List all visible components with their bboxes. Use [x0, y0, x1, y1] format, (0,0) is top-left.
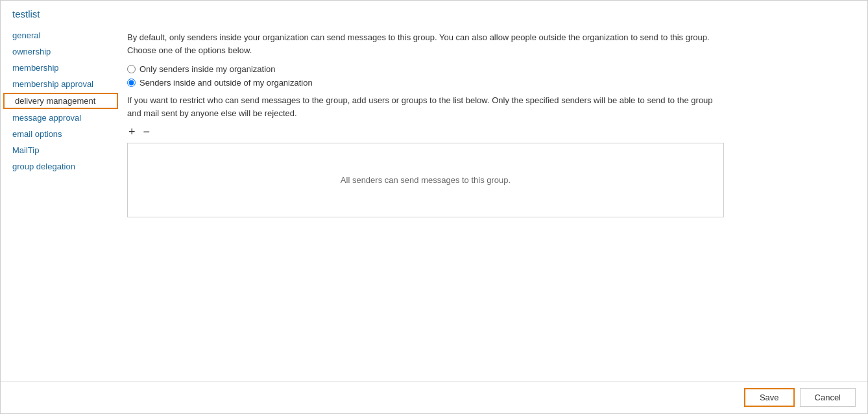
sidebar-item-membership[interactable]: membership	[1, 60, 121, 76]
remove-sender-button[interactable]: −	[142, 126, 152, 138]
main-window: testlist general ownership membership me…	[0, 0, 868, 414]
sidebar-item-mailtip[interactable]: MailTip	[1, 142, 121, 158]
radio-inside-outside[interactable]	[127, 79, 136, 87]
radio-group: Only senders inside my organization Send…	[127, 64, 854, 88]
restrict-text: If you want to restrict who can send mes…	[127, 94, 724, 119]
content-area: By default, only senders inside your org…	[121, 25, 867, 381]
sidebar-item-delivery-management[interactable]: delivery management	[3, 93, 118, 109]
senders-box: All senders can send messages to this gr…	[127, 143, 724, 217]
footer: Save Cancel	[1, 381, 867, 413]
main-content: general ownership membership membership …	[1, 25, 867, 381]
radio-inside-outside-label: Senders inside and outside of my organiz…	[139, 78, 313, 88]
add-sender-button[interactable]: +	[127, 126, 137, 138]
sidebar-item-general[interactable]: general	[1, 27, 121, 43]
sidebar-item-message-approval[interactable]: message approval	[1, 110, 121, 126]
radio-option-inside-outside[interactable]: Senders inside and outside of my organiz…	[127, 78, 854, 88]
sidebar-item-group-delegation[interactable]: group delegation	[1, 158, 121, 175]
senders-box-placeholder: All senders can send messages to this gr…	[341, 175, 511, 185]
cancel-button[interactable]: Cancel	[800, 388, 856, 407]
sidebar-item-membership-approval[interactable]: membership approval	[1, 76, 121, 92]
sidebar: general ownership membership membership …	[1, 25, 121, 381]
action-buttons: + −	[127, 126, 854, 138]
description-text: By default, only senders inside your org…	[127, 31, 724, 56]
radio-option-inside-only[interactable]: Only senders inside my organization	[127, 64, 854, 74]
page-title: testlist	[1, 1, 867, 25]
sidebar-item-email-options[interactable]: email options	[1, 126, 121, 142]
sidebar-item-ownership[interactable]: ownership	[1, 43, 121, 60]
save-button[interactable]: Save	[744, 388, 795, 407]
radio-inside-only[interactable]	[127, 65, 136, 73]
radio-inside-only-label: Only senders inside my organization	[139, 64, 276, 74]
